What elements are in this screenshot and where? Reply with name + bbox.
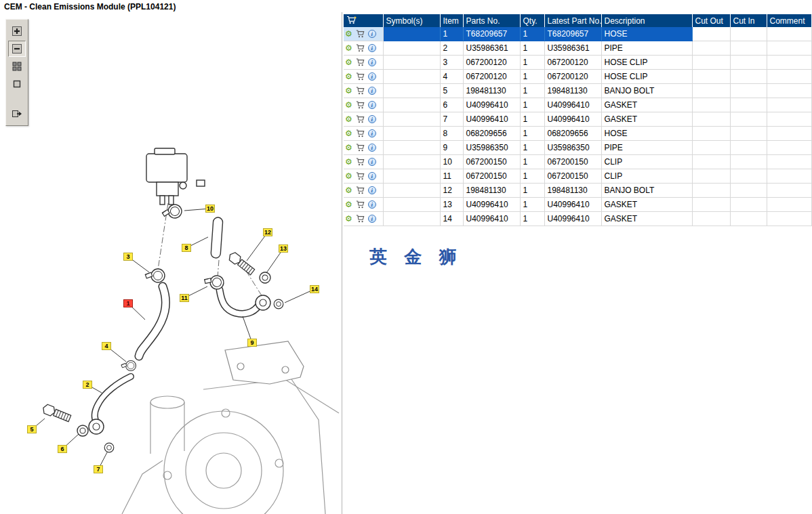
info-icon[interactable]: i [368,129,376,137]
info-icon[interactable]: i [368,58,376,66]
add-to-cart-icon[interactable] [356,72,365,81]
settings-gear-icon[interactable]: ⚙ [345,87,352,95]
info-icon[interactable]: i [368,101,376,109]
col-header-symbols[interactable]: Symbol(s) [383,14,440,27]
part-callout[interactable]: 7 [94,465,103,473]
add-to-cart-icon[interactable] [356,144,365,152]
add-to-cart-icon[interactable] [356,30,365,38]
info-icon[interactable]: i [368,44,376,52]
actual-size-button[interactable] [8,76,26,92]
col-header-parts-no[interactable]: Parts No. [463,14,520,27]
add-to-cart-icon[interactable] [356,44,365,52]
part-callout[interactable]: 3 [123,253,133,261]
add-to-cart-icon[interactable] [356,58,365,66]
add-to-cart-icon[interactable] [356,101,365,109]
table-row[interactable]: ⚙ i 13 U40996410 1 U40996410 GASKET [344,198,811,212]
table-row[interactable]: ⚙ i 10 067200150 1 067200150 CLIP [344,155,811,169]
col-header-qty[interactable]: Qty. [520,14,544,27]
part-callout[interactable]: 10 [205,205,215,213]
add-to-cart-icon[interactable] [356,129,365,137]
table-row[interactable]: ⚙ i 2 U35986361 1 U35986361 PIPE [344,41,811,56]
table-row[interactable]: ⚙ i 4 067200120 1 067200120 HOSE CLIP [344,70,811,84]
qty-cell: 1 [520,27,544,41]
parts-no-cell: 067200150 [463,155,520,169]
part-callout[interactable]: 9 [247,339,257,347]
col-header-description[interactable]: Description [601,14,692,27]
settings-gear-icon[interactable]: ⚙ [345,186,352,194]
settings-gear-icon[interactable]: ⚙ [345,101,352,109]
parts-no-cell: U40996410 [463,198,520,212]
zoom-in-button[interactable] [8,23,26,39]
latest-part-no-cell: 067200120 [544,56,601,70]
info-icon[interactable]: i [368,144,376,152]
table-row[interactable]: ⚙ i 12 198481130 1 198481130 BANJO BOLT [344,184,811,198]
table-row[interactable]: ⚙ i 3 067200120 1 067200120 HOSE CLIP [344,56,811,70]
add-to-cart-icon[interactable] [356,186,365,194]
table-row[interactable]: ⚙ i 14 U40996410 1 U40996410 GASKET [344,212,811,226]
cut-in-cell [730,84,767,98]
table-row[interactable]: ⚙ i 1 T68209657 1 T68209657 HOSE [344,27,811,41]
table-row[interactable]: ⚙ i 11 067200150 1 067200150 CLIP [344,169,811,184]
settings-gear-icon[interactable]: ⚙ [345,115,352,123]
add-to-cart-icon[interactable] [356,172,365,180]
info-icon[interactable]: i [368,200,376,209]
table-row[interactable]: ⚙ i 5 198481130 1 198481130 BANJO BOLT [344,84,811,98]
col-header-cut-out[interactable]: Cut Out [692,14,730,27]
settings-gear-icon[interactable]: ⚙ [345,72,352,81]
zoom-out-button[interactable] [8,41,26,57]
item-cell: 7 [440,112,463,127]
col-header-item[interactable]: Item [440,14,463,27]
row-actions-cell: ⚙ i [344,184,383,198]
table-row[interactable]: ⚙ i 9 U35986350 1 U35986350 PIPE [344,141,811,155]
part-callout[interactable]: 1 [123,299,133,307]
comment-cell [767,212,811,226]
info-icon[interactable]: i [368,72,376,81]
cut-out-cell [692,169,730,184]
info-icon[interactable]: i [368,158,376,166]
add-to-cart-icon[interactable] [356,200,365,209]
part-callout[interactable]: 13 [279,244,288,253]
info-icon[interactable]: i [368,172,376,180]
cart-header-icon[interactable] [346,16,357,24]
settings-gear-icon[interactable]: ⚙ [345,200,352,209]
add-to-cart-icon[interactable] [356,215,365,223]
add-to-cart-icon[interactable] [356,158,365,166]
info-icon[interactable]: i [368,186,376,194]
part-callout[interactable]: 5 [27,425,37,433]
part-callout[interactable]: 14 [310,285,319,293]
part-callout[interactable]: 12 [263,228,272,236]
settings-gear-icon[interactable]: ⚙ [345,158,352,166]
export-panel-button[interactable] [8,106,26,122]
settings-gear-icon[interactable]: ⚙ [345,30,352,38]
add-to-cart-icon[interactable] [356,87,365,95]
settings-gear-icon[interactable]: ⚙ [345,58,352,66]
part-callout[interactable]: 4 [102,342,111,350]
settings-gear-icon[interactable]: ⚙ [345,172,352,180]
col-header-comment[interactable]: Comment [767,14,811,27]
col-header-cut-in[interactable]: Cut In [730,14,767,27]
info-icon[interactable]: i [368,215,376,223]
part-callout[interactable]: 6 [58,445,67,453]
info-icon[interactable]: i [368,87,376,95]
parts-table: Symbol(s) Item Parts No. Qty. Latest Par… [344,14,812,226]
table-row[interactable]: ⚙ i 7 U40996410 1 U40996410 GASKET [344,112,811,127]
part-callout[interactable]: 8 [182,244,191,252]
settings-gear-icon[interactable]: ⚙ [345,129,352,137]
settings-gear-icon[interactable]: ⚙ [345,44,352,52]
symbols-cell [383,56,440,70]
qty-cell: 1 [520,112,544,127]
part-callout[interactable]: 11 [180,294,189,302]
cut-in-cell [730,112,767,127]
table-row[interactable]: ⚙ i 8 068209656 1 068209656 HOSE [344,127,811,141]
item-cell: 6 [440,98,463,112]
settings-gear-icon[interactable]: ⚙ [345,215,352,223]
fit-to-window-button[interactable] [8,58,26,74]
info-icon[interactable]: i [368,115,376,123]
col-header-latest-part-no[interactable]: Latest Part No. [544,14,601,27]
info-icon[interactable]: i [368,30,376,38]
part-callout[interactable]: 2 [83,381,92,389]
row-actions-cell: ⚙ i [344,155,383,169]
add-to-cart-icon[interactable] [356,115,365,123]
table-row[interactable]: ⚙ i 6 U40996410 1 U40996410 GASKET [344,98,811,112]
settings-gear-icon[interactable]: ⚙ [345,144,352,152]
